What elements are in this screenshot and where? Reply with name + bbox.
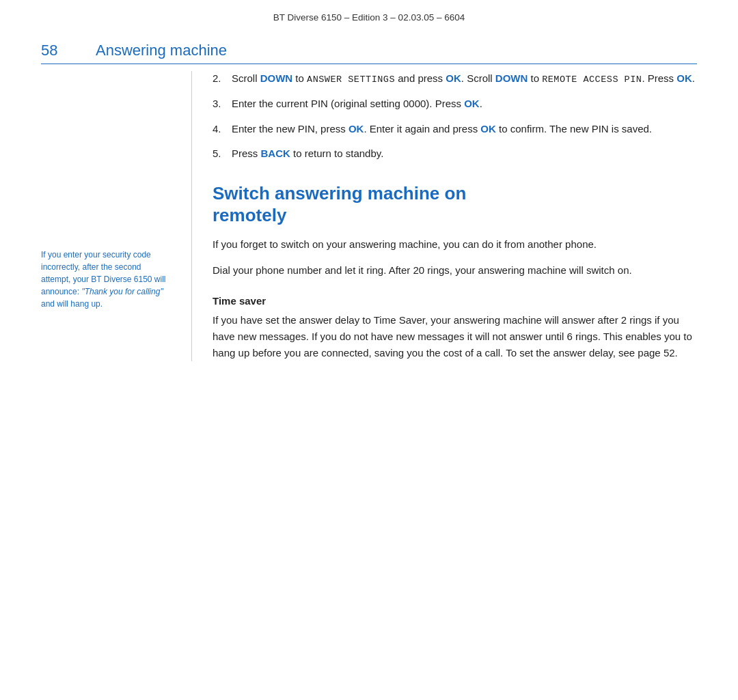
step-2-down1: DOWN (260, 72, 293, 84)
section-title: Answering machine (96, 42, 227, 59)
step-5-num: 5. (213, 146, 232, 162)
step-2-text: Scroll DOWN to ANSWER SETTINGS and press… (232, 71, 697, 87)
step-3-num: 3. (213, 96, 232, 112)
time-saver-heading: Time saver (213, 295, 697, 307)
step-2-num: 2. (213, 71, 232, 87)
vertical-divider (191, 71, 192, 361)
step-3-ok: OK (464, 98, 480, 109)
step-2: 2. Scroll DOWN to ANSWER SETTINGS and pr… (213, 71, 697, 87)
step-2-down2: DOWN (495, 72, 528, 84)
main-container: 58 Answering machine If you enter your s… (0, 29, 738, 361)
sidebar-note-line1: If you enter your security codeincorrect… (41, 250, 166, 309)
paragraph-2: Dial your phone number and let it ring. … (213, 262, 697, 279)
step-2-ok2: OK (676, 72, 692, 84)
step-4-num: 4. (213, 122, 232, 137)
sidebar-note: If you enter your security codeincorrect… (41, 249, 178, 310)
step-5-back: BACK (261, 148, 290, 159)
paragraph-1: If you forget to switch on your answerin… (213, 236, 697, 253)
step-4-text: Enter the new PIN, press OK. Enter it ag… (232, 122, 697, 137)
section-number: 58 (41, 42, 96, 59)
step-2-answer-settings: ANSWER SETTINGS (307, 74, 395, 85)
time-saver-body: If you have set the answer delay to Time… (213, 312, 697, 361)
step-list: 2. Scroll DOWN to ANSWER SETTINGS and pr… (213, 71, 697, 162)
step-2-remote-access: REMOTE ACCESS PIN (542, 74, 642, 85)
step-4: 4. Enter the new PIN, press OK. Enter it… (213, 122, 697, 137)
main-col: 2. Scroll DOWN to ANSWER SETTINGS and pr… (213, 71, 697, 361)
sub-section-title-line1: Switch answering machine on (213, 183, 466, 204)
page-header: BT Diverse 6150 – Edition 3 – 02.03.05 –… (0, 0, 738, 29)
step-3-text: Enter the current PIN (original setting … (232, 96, 697, 112)
step-3: 3. Enter the current PIN (original setti… (213, 96, 697, 112)
header-text: BT Diverse 6150 – Edition 3 – 02.03.05 –… (273, 12, 465, 23)
sidebar-col: If you enter your security codeincorrect… (41, 71, 191, 361)
sub-section-title: Switch answering machine on remotely (213, 182, 697, 227)
sidebar-note-italic: "Thank you for calling" (81, 287, 163, 296)
step-4-ok1: OK (348, 123, 364, 135)
step-5: 5. Press BACK to return to standby. (213, 146, 697, 162)
content-layout: If you enter your security codeincorrect… (41, 71, 697, 361)
sub-section-title-line2: remotely (213, 205, 286, 225)
step-4-ok2: OK (480, 123, 496, 135)
step-5-text: Press BACK to return to standby. (232, 146, 697, 162)
section-heading-row: 58 Answering machine (41, 29, 697, 64)
step-2-ok1: OK (446, 72, 461, 84)
blue-divider (41, 64, 697, 64)
